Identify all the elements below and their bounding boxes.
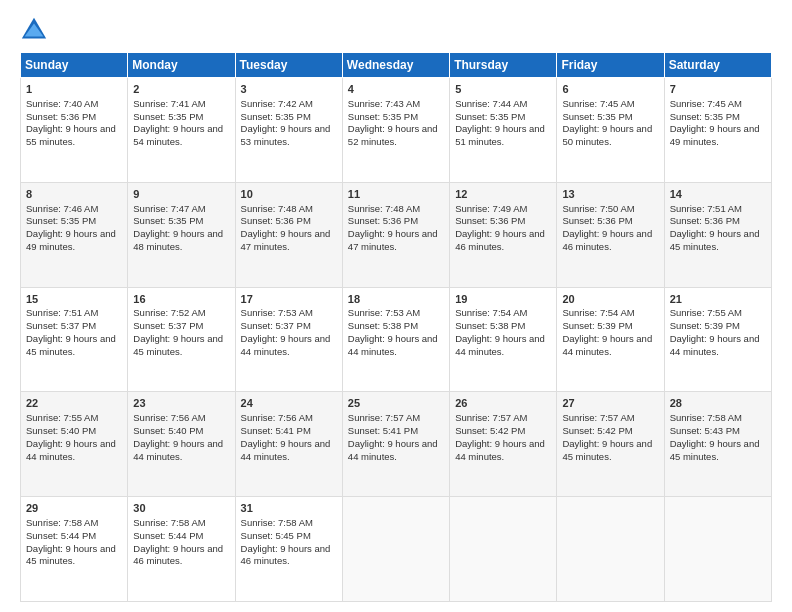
logo-icon: [20, 16, 48, 44]
calendar-cell: 29Sunrise: 7:58 AMSunset: 5:44 PMDayligh…: [21, 497, 128, 602]
calendar-week-row: 8Sunrise: 7:46 AMSunset: 5:35 PMDaylight…: [21, 182, 772, 287]
sunset-text: Sunset: 5:41 PM: [241, 425, 337, 438]
day-number: 16: [133, 292, 229, 307]
calendar-cell: 7Sunrise: 7:45 AMSunset: 5:35 PMDaylight…: [664, 78, 771, 183]
sunset-text: Sunset: 5:38 PM: [348, 320, 444, 333]
day-number: 29: [26, 501, 122, 516]
calendar-cell: [557, 497, 664, 602]
sunset-text: Sunset: 5:36 PM: [26, 111, 122, 124]
sunrise-text: Sunrise: 7:41 AM: [133, 98, 229, 111]
daylight-text: Daylight: 9 hours and 45 minutes.: [26, 333, 122, 359]
sunrise-text: Sunrise: 7:51 AM: [670, 203, 766, 216]
calendar-cell: 9Sunrise: 7:47 AMSunset: 5:35 PMDaylight…: [128, 182, 235, 287]
calendar-cell: 27Sunrise: 7:57 AMSunset: 5:42 PMDayligh…: [557, 392, 664, 497]
sunrise-text: Sunrise: 7:53 AM: [241, 307, 337, 320]
calendar-cell: 28Sunrise: 7:58 AMSunset: 5:43 PMDayligh…: [664, 392, 771, 497]
daylight-text: Daylight: 9 hours and 46 minutes.: [562, 228, 658, 254]
daylight-text: Daylight: 9 hours and 55 minutes.: [26, 123, 122, 149]
calendar-cell: 3Sunrise: 7:42 AMSunset: 5:35 PMDaylight…: [235, 78, 342, 183]
sunrise-text: Sunrise: 7:43 AM: [348, 98, 444, 111]
calendar-cell: 10Sunrise: 7:48 AMSunset: 5:36 PMDayligh…: [235, 182, 342, 287]
calendar-cell: 2Sunrise: 7:41 AMSunset: 5:35 PMDaylight…: [128, 78, 235, 183]
day-number: 31: [241, 501, 337, 516]
calendar-cell: 26Sunrise: 7:57 AMSunset: 5:42 PMDayligh…: [450, 392, 557, 497]
day-number: 13: [562, 187, 658, 202]
daylight-text: Daylight: 9 hours and 44 minutes.: [241, 333, 337, 359]
calendar-cell: 13Sunrise: 7:50 AMSunset: 5:36 PMDayligh…: [557, 182, 664, 287]
calendar-cell: 18Sunrise: 7:53 AMSunset: 5:38 PMDayligh…: [342, 287, 449, 392]
sunrise-text: Sunrise: 7:57 AM: [455, 412, 551, 425]
day-number: 22: [26, 396, 122, 411]
calendar-cell: 11Sunrise: 7:48 AMSunset: 5:36 PMDayligh…: [342, 182, 449, 287]
day-number: 27: [562, 396, 658, 411]
sunrise-text: Sunrise: 7:58 AM: [133, 517, 229, 530]
day-number: 2: [133, 82, 229, 97]
calendar-cell: 30Sunrise: 7:58 AMSunset: 5:44 PMDayligh…: [128, 497, 235, 602]
day-number: 6: [562, 82, 658, 97]
calendar-cell: 4Sunrise: 7:43 AMSunset: 5:35 PMDaylight…: [342, 78, 449, 183]
sunset-text: Sunset: 5:39 PM: [562, 320, 658, 333]
daylight-text: Daylight: 9 hours and 44 minutes.: [348, 438, 444, 464]
daylight-text: Daylight: 9 hours and 45 minutes.: [133, 333, 229, 359]
sunrise-text: Sunrise: 7:51 AM: [26, 307, 122, 320]
calendar-cell: 16Sunrise: 7:52 AMSunset: 5:37 PMDayligh…: [128, 287, 235, 392]
daylight-text: Daylight: 9 hours and 45 minutes.: [562, 438, 658, 464]
daylight-text: Daylight: 9 hours and 51 minutes.: [455, 123, 551, 149]
calendar-header-row: SundayMondayTuesdayWednesdayThursdayFrid…: [21, 53, 772, 78]
day-number: 5: [455, 82, 551, 97]
calendar-week-row: 1Sunrise: 7:40 AMSunset: 5:36 PMDaylight…: [21, 78, 772, 183]
calendar-week-row: 22Sunrise: 7:55 AMSunset: 5:40 PMDayligh…: [21, 392, 772, 497]
sunset-text: Sunset: 5:44 PM: [26, 530, 122, 543]
calendar-cell: 25Sunrise: 7:57 AMSunset: 5:41 PMDayligh…: [342, 392, 449, 497]
sunrise-text: Sunrise: 7:56 AM: [241, 412, 337, 425]
daylight-text: Daylight: 9 hours and 46 minutes.: [455, 228, 551, 254]
calendar-header-friday: Friday: [557, 53, 664, 78]
sunrise-text: Sunrise: 7:48 AM: [241, 203, 337, 216]
sunrise-text: Sunrise: 7:53 AM: [348, 307, 444, 320]
sunset-text: Sunset: 5:40 PM: [133, 425, 229, 438]
daylight-text: Daylight: 9 hours and 44 minutes.: [348, 333, 444, 359]
daylight-text: Daylight: 9 hours and 49 minutes.: [670, 123, 766, 149]
sunrise-text: Sunrise: 7:45 AM: [670, 98, 766, 111]
sunset-text: Sunset: 5:35 PM: [26, 215, 122, 228]
day-number: 15: [26, 292, 122, 307]
day-number: 10: [241, 187, 337, 202]
sunset-text: Sunset: 5:43 PM: [670, 425, 766, 438]
daylight-text: Daylight: 9 hours and 44 minutes.: [455, 438, 551, 464]
sunrise-text: Sunrise: 7:56 AM: [133, 412, 229, 425]
calendar-cell: [664, 497, 771, 602]
calendar-header-monday: Monday: [128, 53, 235, 78]
daylight-text: Daylight: 9 hours and 44 minutes.: [455, 333, 551, 359]
daylight-text: Daylight: 9 hours and 50 minutes.: [562, 123, 658, 149]
calendar-header-saturday: Saturday: [664, 53, 771, 78]
sunset-text: Sunset: 5:36 PM: [455, 215, 551, 228]
sunset-text: Sunset: 5:37 PM: [133, 320, 229, 333]
sunset-text: Sunset: 5:37 PM: [241, 320, 337, 333]
daylight-text: Daylight: 9 hours and 45 minutes.: [26, 543, 122, 569]
sunset-text: Sunset: 5:42 PM: [562, 425, 658, 438]
daylight-text: Daylight: 9 hours and 44 minutes.: [26, 438, 122, 464]
sunrise-text: Sunrise: 7:45 AM: [562, 98, 658, 111]
sunset-text: Sunset: 5:40 PM: [26, 425, 122, 438]
day-number: 28: [670, 396, 766, 411]
daylight-text: Daylight: 9 hours and 45 minutes.: [670, 438, 766, 464]
sunrise-text: Sunrise: 7:46 AM: [26, 203, 122, 216]
header: [20, 16, 772, 44]
calendar-body: 1Sunrise: 7:40 AMSunset: 5:36 PMDaylight…: [21, 78, 772, 602]
daylight-text: Daylight: 9 hours and 48 minutes.: [133, 228, 229, 254]
sunset-text: Sunset: 5:36 PM: [348, 215, 444, 228]
calendar-week-row: 15Sunrise: 7:51 AMSunset: 5:37 PMDayligh…: [21, 287, 772, 392]
day-number: 21: [670, 292, 766, 307]
sunset-text: Sunset: 5:35 PM: [133, 215, 229, 228]
calendar-cell: 31Sunrise: 7:58 AMSunset: 5:45 PMDayligh…: [235, 497, 342, 602]
daylight-text: Daylight: 9 hours and 44 minutes.: [562, 333, 658, 359]
calendar-cell: 6Sunrise: 7:45 AMSunset: 5:35 PMDaylight…: [557, 78, 664, 183]
calendar-cell: 20Sunrise: 7:54 AMSunset: 5:39 PMDayligh…: [557, 287, 664, 392]
calendar-header-wednesday: Wednesday: [342, 53, 449, 78]
calendar-cell: 8Sunrise: 7:46 AMSunset: 5:35 PMDaylight…: [21, 182, 128, 287]
sunset-text: Sunset: 5:41 PM: [348, 425, 444, 438]
sunset-text: Sunset: 5:38 PM: [455, 320, 551, 333]
sunrise-text: Sunrise: 7:55 AM: [26, 412, 122, 425]
daylight-text: Daylight: 9 hours and 49 minutes.: [26, 228, 122, 254]
day-number: 24: [241, 396, 337, 411]
